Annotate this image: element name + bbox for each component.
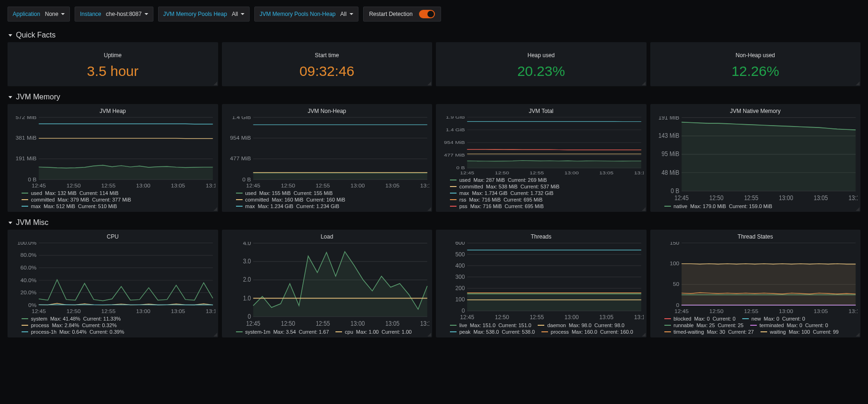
row-header-quick-facts[interactable]: Quick Facts (0, 24, 868, 42)
chart-title: CPU (8, 230, 218, 241)
legend-item[interactable]: committed Max: 160 MiB Current: 160 MiB (236, 197, 345, 202)
restart-detection-toggle[interactable]: Restart Detection (363, 7, 442, 22)
legend-item[interactable]: committed Max: 538 MiB Current: 537 MiB (450, 184, 559, 189)
stat-panel-heap-used[interactable]: Heap used20.23% (436, 42, 647, 86)
legend-item[interactable]: used Max: 155 MiB Current: 155 MiB (236, 190, 333, 196)
chart-panel-jvm_nonheap[interactable]: JVM Non-Heap0 B477 MiB954 MiB1.4 GiB12:4… (222, 104, 433, 212)
legend-item[interactable]: process Max: 160.0 Current: 160.0 (541, 329, 633, 335)
resize-handle-icon[interactable] (856, 333, 860, 337)
var-value: All (232, 11, 244, 17)
legend-color-icon (335, 331, 342, 332)
svg-text:13:00: 13:00 (779, 308, 793, 314)
legend-item[interactable]: cpu Max: 1.00 Current: 1.00 (335, 329, 411, 335)
chart-legend: native Max: 179.0 MiB Current: 159.0 MiB (650, 202, 861, 212)
svg-text:12:55: 12:55 (744, 308, 758, 314)
resize-handle-icon[interactable] (642, 82, 646, 85)
chart-panel-jvm_total[interactable]: JVM Total0 B477 MiB954 MiB1.4 GiB1.9 GiB… (436, 104, 647, 212)
legend-text: process-1h Max: 0.64% Current: 0.39% (31, 329, 124, 335)
var-application[interactable]: Application None (8, 7, 70, 22)
legend-item[interactable]: system Max: 41.48% Current: 11.33% (22, 316, 121, 322)
legend-item[interactable]: rss Max: 716 MiB Current: 695 MiB (450, 197, 542, 202)
legend-item[interactable]: runnable Max: 25 Current: 25 (664, 322, 744, 328)
chart-panel-cpu[interactable]: CPU0%20.0%40.0%60.0%80.0%100.0%12:4512:5… (8, 230, 218, 337)
toggle-switch-on[interactable] (419, 10, 435, 18)
chart-panel-load[interactable]: Load01.02.03.04.012:4512:5012:5513:0013:… (222, 230, 433, 337)
var-pools-heap[interactable]: JVM Memory Pools Heap All (158, 7, 250, 22)
svg-text:1.4 GiB: 1.4 GiB (232, 116, 251, 120)
svg-text:13:10: 13:10 (634, 170, 643, 175)
legend-item[interactable]: max Max: 1.234 GiB Current: 1.234 GiB (236, 203, 340, 209)
chevron-down-icon (8, 34, 12, 37)
resize-handle-icon[interactable] (427, 333, 431, 337)
legend-text: max Max: 512 MiB Current: 510 MiB (31, 203, 117, 209)
legend-item[interactable]: pss Max: 716 MiB Current: 695 MiB (450, 203, 544, 209)
legend-item[interactable]: committed Max: 379 MiB Current: 377 MiB (22, 197, 131, 202)
legend-item[interactable]: blocked Max: 0 Current: 0 (664, 316, 736, 322)
legend-item[interactable]: max Max: 512 MiB Current: 510 MiB (22, 203, 117, 209)
legend-item[interactable]: terminated Max: 0 Current: 0 (750, 322, 828, 328)
chart-panel-jvm_heap[interactable]: JVM Heap0 B191 MiB381 MiB572 MiB12:4512:… (8, 104, 218, 212)
stat-panel-start-time[interactable]: Start time09:32:46 (222, 42, 433, 86)
resize-handle-icon[interactable] (213, 207, 217, 211)
chart-title: Threads (436, 230, 647, 241)
resize-handle-icon[interactable] (642, 207, 646, 211)
svg-text:12:50: 12:50 (67, 308, 81, 314)
legend-item[interactable]: process-1h Max: 0.64% Current: 0.39% (22, 329, 124, 335)
jvm-misc-grid: CPU0%20.0%40.0%60.0%80.0%100.0%12:4512:5… (0, 230, 868, 337)
stat-title: Start time (315, 49, 339, 59)
var-value: None (45, 11, 65, 17)
legend-item[interactable]: system-1m Max: 3.54 Current: 1.67 (236, 329, 329, 335)
var-instance[interactable]: Instance che-host:8087 (75, 7, 153, 22)
var-value: che-host:8087 (106, 11, 148, 17)
legend-color-icon (664, 331, 671, 332)
svg-text:150: 150 (670, 242, 679, 246)
svg-text:0 B: 0 B (457, 165, 465, 171)
chart-panel-threads[interactable]: Threads010020030040050060012:4512:5012:5… (436, 230, 647, 337)
stat-panel-uptime[interactable]: Uptime3.5 hour (8, 42, 218, 86)
legend-color-icon (664, 318, 671, 319)
legend-item[interactable]: process Max: 2.84% Current: 0.32% (22, 322, 117, 328)
legend-color-icon (22, 331, 28, 332)
svg-text:50: 50 (673, 281, 679, 288)
legend-item[interactable]: used Max: 132 MiB Current: 114 MiB (22, 190, 118, 196)
resize-handle-icon[interactable] (427, 207, 431, 211)
svg-text:95 MiB: 95 MiB (662, 150, 679, 158)
jvm-memory-grid: JVM Heap0 B191 MiB381 MiB572 MiB12:4512:… (0, 104, 868, 212)
legend-color-icon (450, 180, 457, 180)
legend-item[interactable]: timed-waiting Max: 30 Current: 27 (664, 329, 754, 335)
svg-text:60.0%: 60.0% (20, 264, 37, 271)
chart-title: Thread States (650, 230, 861, 241)
chevron-down-icon (8, 96, 12, 98)
legend-item[interactable]: daemon Max: 98.0 Current: 98.0 (538, 322, 624, 328)
legend-item[interactable]: peak Max: 538.0 Current: 538.0 (450, 329, 535, 335)
chart-legend: live Max: 151.0 Current: 151.0daemon Max… (436, 321, 647, 337)
resize-handle-icon[interactable] (213, 333, 217, 337)
chart-panel-jvm_native[interactable]: JVM Native Memory0 B48 MiB95 MiB143 MiB1… (650, 104, 861, 212)
resize-handle-icon[interactable] (856, 82, 860, 85)
resize-handle-icon[interactable] (213, 82, 217, 85)
legend-item[interactable]: new Max: 0 Current: 0 (742, 316, 805, 322)
svg-text:300: 300 (456, 273, 465, 280)
legend-item[interactable]: waiting Max: 100 Current: 99 (761, 329, 839, 335)
legend-item[interactable]: live Max: 151.0 Current: 151.0 (450, 322, 531, 328)
legend-item[interactable]: used Max: 287 MiB Current: 269 MiB (450, 177, 547, 183)
chart-panel-thread_states[interactable]: Thread States05010015012:4512:5012:5513:… (650, 230, 861, 337)
chart-legend: used Max: 132 MiB Current: 114 MiBcommit… (8, 188, 218, 212)
resize-handle-icon[interactable] (856, 207, 860, 211)
stat-panel-non-heap-used[interactable]: Non-Heap used12.26% (650, 42, 861, 86)
svg-text:0: 0 (462, 307, 465, 314)
legend-item[interactable]: max Max: 1.734 GiB Current: 1.732 GiB (450, 190, 554, 196)
chart-plot: 0%20.0%40.0%60.0%80.0%100.0%12:4512:5012… (10, 242, 215, 314)
chart-legend: used Max: 155 MiB Current: 155 MiBcommit… (222, 188, 433, 212)
resize-handle-icon[interactable] (427, 82, 431, 85)
chart-title: JVM Heap (8, 104, 218, 115)
legend-item[interactable]: native Max: 179.0 MiB Current: 159.0 MiB (664, 203, 772, 209)
stat-value: 3.5 hour (87, 63, 138, 79)
var-pools-nonheap[interactable]: JVM Memory Pools Non-Heap All (254, 7, 358, 22)
legend-text: pss Max: 716 MiB Current: 695 MiB (459, 203, 544, 209)
resize-handle-icon[interactable] (642, 333, 646, 337)
svg-text:0 B: 0 B (670, 187, 679, 195)
row-header-jvm-memory[interactable]: JVM Memory (0, 86, 868, 104)
svg-text:4.0: 4.0 (243, 242, 251, 247)
row-header-jvm-misc[interactable]: JVM Misc (0, 212, 868, 230)
